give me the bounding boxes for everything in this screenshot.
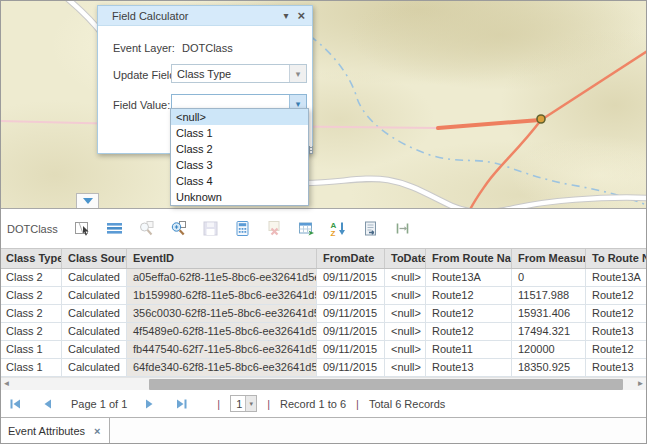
dialog-close-icon[interactable]: ×	[297, 9, 305, 22]
cell-from-measure: 17494.321	[512, 323, 586, 341]
cell-class-type: Class 1	[0, 341, 62, 359]
cell-eventid: 356c0030-62f8-11e5-8bc6-ee32641d5ec9	[127, 305, 317, 323]
update-field-label: Update Field:	[113, 69, 178, 81]
previous-page-button[interactable]	[41, 398, 54, 410]
zoom-to-selection-icon[interactable]	[138, 220, 155, 237]
dropdown-option-unknown[interactable]: Unknown	[171, 189, 308, 205]
panel-collapse-button[interactable]	[76, 193, 99, 208]
next-page-button[interactable]	[143, 398, 156, 410]
table-row[interactable]: Class 2 Calculated a05effa0-62f8-11e5-8b…	[0, 269, 647, 287]
page-label: Page 1 of 1	[71, 398, 127, 410]
cell-fromdate: 09/11/2015	[317, 323, 385, 341]
fit-columns-icon[interactable]	[394, 220, 411, 237]
column-header-from-route-name[interactable]: From Route Name	[426, 249, 512, 268]
chevron-down-icon	[83, 198, 93, 204]
report-icon[interactable]	[362, 220, 379, 237]
dropdown-option-null[interactable]: <null>	[171, 109, 308, 125]
clear-selection-icon[interactable]	[266, 220, 283, 237]
column-header-from-measure[interactable]: From Measure	[512, 249, 586, 268]
cell-todate: <null>	[385, 305, 426, 323]
event-layer-value: DOTClass	[182, 42, 233, 54]
event-point-marker	[537, 115, 545, 123]
cell-to-route: Route12	[586, 341, 647, 359]
first-page-button[interactable]	[9, 398, 22, 410]
scrollbar-thumb[interactable]	[149, 379, 623, 390]
dropdown-option-class3[interactable]: Class 3	[171, 157, 308, 173]
sort-icon[interactable]: A Z	[330, 220, 347, 237]
cell-from-route: Route13	[426, 359, 512, 377]
cell-from-route: Route12	[426, 323, 512, 341]
cell-from-measure: 120000	[512, 341, 586, 359]
application-window: Field Calculator ▾ × Event Layer: DOTCla…	[0, 0, 647, 444]
last-page-button[interactable]	[175, 398, 188, 410]
cell-from-route: Route12	[426, 287, 512, 305]
cell-class-source: Calculated	[62, 323, 127, 341]
cell-from-route: Route12	[426, 305, 512, 323]
cell-todate: <null>	[385, 341, 426, 359]
dialog-titlebar[interactable]: Field Calculator ▾ ×	[98, 6, 312, 26]
cell-class-type: Class 2	[0, 305, 62, 323]
show-selected-records-icon[interactable]	[106, 220, 123, 237]
field-value-dropdown-list: <null> Class 1 Class 2 Class 3 Class 4 U…	[170, 108, 309, 206]
column-header-eventid[interactable]: EventID	[127, 249, 317, 268]
scrollbar-track[interactable]	[13, 379, 634, 390]
cell-class-source: Calculated	[62, 305, 127, 323]
cell-class-type: Class 2	[0, 323, 62, 341]
cell-class-type: Class 2	[0, 269, 62, 287]
cell-from-measure: 15931.406	[512, 305, 586, 323]
cell-to-route: Route13A	[586, 269, 647, 287]
scroll-left-icon[interactable]: ◄	[0, 378, 13, 390]
table-row[interactable]: Class 1 Calculated 64fde340-62f8-11e5-8b…	[0, 359, 647, 377]
column-header-fromdate[interactable]: FromDate	[317, 249, 385, 268]
table-header-row: Class Type Class Source EventID FromDate…	[0, 248, 647, 269]
dropdown-option-class4[interactable]: Class 4	[171, 173, 308, 189]
field-calculator-icon[interactable]	[234, 220, 251, 237]
cell-to-route: Route13	[586, 323, 647, 341]
cell-fromdate: 09/11/2015	[317, 341, 385, 359]
cell-from-measure: 18350.925	[512, 359, 586, 377]
bottom-tab-bar: Event Attributes ×	[0, 417, 647, 444]
cell-from-measure: 0	[512, 269, 586, 287]
dropdown-option-class1[interactable]: Class 1	[171, 125, 308, 141]
tab-event-attributes[interactable]: Event Attributes ×	[0, 418, 110, 444]
table-row[interactable]: Class 2 Calculated 356c0030-62f8-11e5-8b…	[0, 305, 647, 323]
table-row[interactable]: Class 1 Calculated fb447540-62f7-11e5-8b…	[0, 341, 647, 359]
update-field-combobox[interactable]: Class Type ▾	[171, 64, 307, 83]
chevron-down-icon[interactable]: ▾	[289, 65, 306, 82]
column-header-class-source[interactable]: Class Source	[62, 249, 127, 268]
cell-fromdate: 09/11/2015	[317, 305, 385, 323]
cell-todate: <null>	[385, 287, 426, 305]
record-range-label: Record 1 to 6	[280, 398, 346, 410]
cell-fromdate: 09/11/2015	[317, 269, 385, 287]
scroll-right-icon[interactable]: ►	[634, 378, 647, 390]
page-size-select[interactable]: 1 ▾	[230, 395, 257, 412]
svg-text:Z: Z	[330, 229, 335, 237]
pagination-bar: Page 1 of 1 | 1 ▾ | Record 1 to 6 | Tota…	[0, 390, 647, 417]
cell-class-source: Calculated	[62, 341, 127, 359]
save-icon[interactable]	[202, 220, 219, 237]
cell-to-route: Route13	[586, 359, 647, 377]
cell-eventid: 4f5489e0-62f8-11e5-8bc6-ee32641d5ec9	[127, 323, 317, 341]
dropdown-option-class2[interactable]: Class 2	[171, 141, 308, 157]
chevron-down-icon[interactable]: ▾	[245, 396, 256, 411]
horizontal-scrollbar: ◄ ►	[0, 377, 647, 390]
cell-fromdate: 09/11/2015	[317, 287, 385, 305]
cell-todate: <null>	[385, 269, 426, 287]
select-features-icon[interactable]	[74, 220, 91, 237]
switch-to-table-icon[interactable]	[298, 220, 315, 237]
cell-todate: <null>	[385, 323, 426, 341]
column-header-todate[interactable]: ToDate	[385, 249, 426, 268]
cell-eventid: fb447540-62f7-11e5-8bc6-ee32641d5ec9	[127, 341, 317, 359]
pan-to-selection-icon[interactable]	[170, 220, 187, 237]
close-icon[interactable]: ×	[94, 426, 100, 437]
column-header-class-type[interactable]: Class Type	[0, 249, 62, 268]
field-value-label: Field Value:	[113, 99, 170, 111]
cell-from-route: Route11	[426, 341, 512, 359]
update-field-selected-value: Class Type	[172, 65, 289, 82]
cell-eventid: 64fde340-62f8-11e5-8bc6-ee32641d5ec9	[127, 359, 317, 377]
dialog-collapse-icon[interactable]: ▾	[283, 10, 288, 21]
column-header-to-route-name[interactable]: To Route Name	[586, 249, 647, 268]
table-row[interactable]: Class 2 Calculated 1b159980-62f8-11e5-8b…	[0, 287, 647, 305]
table-row[interactable]: Class 2 Calculated 4f5489e0-62f8-11e5-8b…	[0, 323, 647, 341]
cell-fromdate: 09/11/2015	[317, 359, 385, 377]
